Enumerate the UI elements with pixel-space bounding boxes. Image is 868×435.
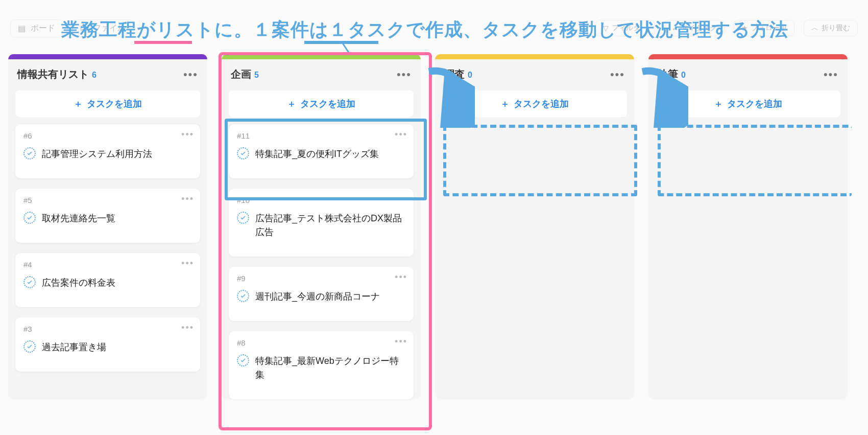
- card-id: #5: [23, 196, 192, 204]
- task-card[interactable]: #10•••広告記事_テスト株式会社のDX製品広告: [229, 189, 414, 257]
- column-menu-icon[interactable]: •••: [824, 68, 838, 81]
- plus-icon: ＋: [74, 99, 83, 109]
- add-task-label: タスクを追加: [87, 99, 142, 109]
- card-title: 週刊記事_今週の新商品コーナ: [255, 290, 380, 304]
- column-header: 情報共有リスト6•••: [8, 59, 207, 86]
- card-title: 広告記事_テスト株式会社のDX製品広告: [255, 212, 405, 239]
- card-title: 過去記事置き場: [42, 340, 106, 354]
- view-board-label: ボード: [31, 23, 55, 34]
- task-card[interactable]: #4•••広告案件の料金表: [15, 253, 200, 307]
- column-情報共有リスト: 情報共有リスト6•••＋タスクを追加#6•••記事管理システム利用方法#5•••…: [8, 54, 207, 399]
- card-id: #11: [237, 131, 405, 140]
- card-title: 特集記事_最新Webテクノロジー特集: [255, 354, 405, 382]
- annotation-title: 業務工程がリストに。１案件は１タスクで作成、タスクを移動して状況管理する方法: [61, 17, 788, 42]
- add-task-label: タスクを追加: [300, 99, 355, 109]
- plus-icon: ＋: [500, 99, 510, 109]
- task-card[interactable]: #8•••特集記事_最新Webテクノロジー特集: [229, 331, 414, 399]
- task-card[interactable]: #11•••特集記事_夏の便利ITグッズ集: [229, 124, 414, 178]
- collapse-label: 折り畳む: [822, 24, 850, 33]
- column-count: 6: [92, 71, 97, 79]
- view-toggle[interactable]: ▤ ボード: [10, 19, 63, 37]
- column-title: 企画: [231, 68, 251, 80]
- card-id: #9: [237, 274, 405, 283]
- add-task-label: タスクを追加: [727, 99, 782, 109]
- card-id: #3: [23, 325, 192, 333]
- check-circle-icon[interactable]: [23, 147, 36, 159]
- card-more-icon[interactable]: •••: [181, 194, 194, 204]
- card-title: 広告案件の料金表: [42, 276, 115, 290]
- column-title: 情報共有リスト: [17, 68, 89, 80]
- plus-icon: ＋: [287, 99, 296, 109]
- column-count: 5: [254, 71, 259, 79]
- chevron-up-icon: ︿: [811, 24, 818, 33]
- add-task-label: タスクを追加: [514, 99, 569, 109]
- card-id: #4: [23, 260, 192, 269]
- check-circle-icon[interactable]: [237, 354, 249, 367]
- task-card[interactable]: #3•••過去記事置き場: [15, 317, 200, 372]
- column-color-bar: [222, 54, 421, 59]
- card-more-icon[interactable]: •••: [181, 323, 194, 333]
- board: 情報共有リスト6•••＋タスクを追加#6•••記事管理システム利用方法#5•••…: [8, 54, 868, 399]
- check-circle-icon[interactable]: [237, 212, 249, 224]
- check-circle-icon[interactable]: [23, 212, 36, 224]
- cards-container: #11•••特集記事_夏の便利ITグッズ集#10•••広告記事_テスト株式会社の…: [222, 124, 421, 399]
- card-more-icon[interactable]: •••: [181, 258, 194, 269]
- annotation-underline-list: [134, 41, 192, 44]
- cards-container: #6•••記事管理システム利用方法#5•••取材先連絡先一覧#4•••広告案件の…: [8, 124, 207, 372]
- card-id: #10: [237, 196, 405, 204]
- add-task-button[interactable]: ＋タスクを追加: [656, 90, 840, 117]
- column-color-bar: [435, 54, 634, 59]
- column-header: 調査0•••: [435, 59, 634, 86]
- add-task-button[interactable]: ＋タスクを追加: [229, 90, 414, 117]
- card-more-icon[interactable]: •••: [395, 194, 407, 204]
- card-id: #8: [237, 338, 405, 347]
- check-circle-icon[interactable]: [23, 340, 36, 353]
- card-more-icon[interactable]: •••: [395, 129, 407, 140]
- column-count: 0: [681, 71, 686, 79]
- card-more-icon[interactable]: •••: [395, 336, 407, 347]
- column-color-bar: [8, 54, 207, 59]
- column-color-bar: [648, 54, 848, 59]
- check-circle-icon[interactable]: [237, 147, 249, 159]
- card-title: 取材先連絡先一覧: [42, 212, 115, 225]
- column-menu-icon[interactable]: •••: [397, 68, 412, 81]
- card-more-icon[interactable]: •••: [181, 129, 194, 140]
- column-title: 執筆: [658, 68, 678, 80]
- task-card[interactable]: #6•••記事管理システム利用方法: [15, 124, 200, 178]
- card-more-icon[interactable]: •••: [395, 272, 407, 283]
- column-menu-icon[interactable]: •••: [610, 68, 625, 81]
- add-task-button[interactable]: ＋タスクを追加: [442, 90, 627, 117]
- column-header: 企画5•••: [222, 59, 421, 86]
- board-icon: ▤: [18, 24, 26, 33]
- column-執筆: 執筆0•••＋タスクを追加: [648, 54, 848, 399]
- task-card[interactable]: #5•••取材先連絡先一覧: [15, 189, 200, 243]
- column-menu-icon[interactable]: •••: [183, 68, 198, 81]
- annotation-underline-task: [304, 41, 378, 44]
- card-title: 特集記事_夏の便利ITグッズ集: [255, 147, 379, 161]
- card-title: 記事管理システム利用方法: [42, 147, 152, 161]
- plus-icon: ＋: [714, 99, 723, 109]
- column-調査: 調査0•••＋タスクを追加: [435, 54, 634, 399]
- check-circle-icon[interactable]: [237, 290, 249, 302]
- column-count: 0: [468, 71, 472, 79]
- task-card[interactable]: #9•••週刊記事_今週の新商品コーナ: [229, 267, 414, 321]
- check-circle-icon[interactable]: [23, 276, 36, 288]
- column-title: 調査: [444, 68, 465, 80]
- column-header: 執筆0•••: [648, 59, 848, 86]
- add-task-button[interactable]: ＋タスクを追加: [15, 90, 200, 117]
- card-id: #6: [23, 131, 192, 140]
- collapse-button[interactable]: ︿ 折り畳む: [804, 20, 858, 36]
- column-企画: 企画5•••＋タスクを追加#11•••特集記事_夏の便利ITグッズ集#10•••…: [222, 54, 421, 399]
